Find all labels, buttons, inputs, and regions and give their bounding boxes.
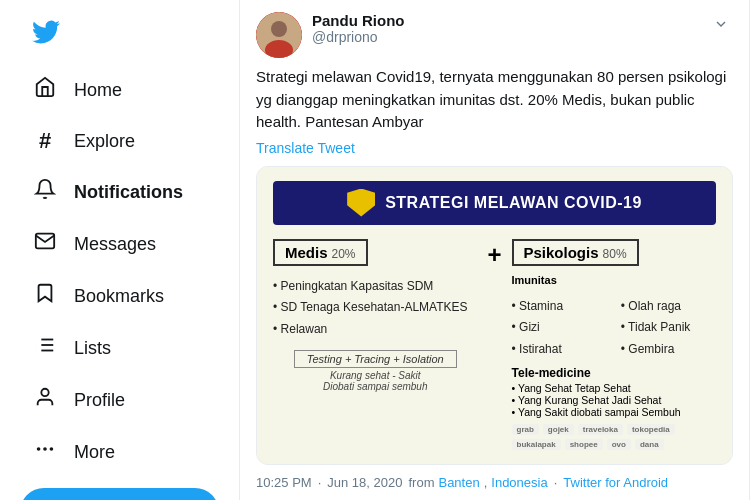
- diobati: Diobati sampai sembuh: [273, 381, 478, 392]
- tweet-button[interactable]: Tweet: [20, 488, 219, 500]
- tele-list: Yang Sehat Tetap Sehat Yang Kurang Sehat…: [512, 382, 717, 418]
- logo-shopee: shopee: [565, 439, 603, 450]
- medis-item-2: SD Tenaga Kesehatan-ALMATKES: [273, 297, 478, 319]
- infographic-body: Medis20% Peningkatan Kapasitas SDM SD Te…: [273, 239, 716, 451]
- psikologis-label: Psikologis80%: [512, 239, 639, 266]
- psikologis-item-3: Istirahat: [512, 339, 607, 361]
- tweet-card: Pandu Riono @drpriono Strategi melawan C…: [240, 0, 749, 500]
- sidebar-item-lists-label: Lists: [74, 338, 111, 359]
- twitter-logo: [20, 10, 219, 58]
- footer-sep1: ·: [318, 475, 322, 490]
- svg-point-11: [271, 21, 287, 37]
- medis-col: Medis20% Peningkatan Kapasitas SDM SD Te…: [273, 239, 478, 393]
- infographic-header: STRATEGI MELAWAN COVID-19: [273, 181, 716, 225]
- infographic: STRATEGI MELAWAN COVID-19 Medis20% Penin…: [257, 167, 732, 465]
- sidebar-item-home-label: Home: [74, 80, 122, 101]
- bookmarks-icon: [32, 282, 58, 310]
- sidebar-item-explore[interactable]: # Explore: [20, 118, 219, 164]
- psikologis-item-5: Tidak Panik: [621, 317, 716, 339]
- tele-item-1: Yang Sehat Tetap Sehat: [512, 382, 717, 394]
- sidebar-item-more[interactable]: More: [20, 428, 219, 476]
- medis-label: Medis20%: [273, 239, 368, 266]
- sidebar-item-explore-label: Explore: [74, 131, 135, 152]
- footer-from: from: [408, 475, 434, 490]
- more-icon: [32, 438, 58, 466]
- tele-section: Tele-medicine Yang Sehat Tetap Sehat Yan…: [512, 366, 717, 450]
- infographic-title: STRATEGI MELAWAN COVID-19: [385, 194, 642, 212]
- logo-dana: dana: [635, 439, 664, 450]
- logo-gojek: gojek: [543, 424, 574, 435]
- home-icon: [32, 76, 58, 104]
- sidebar-item-bookmarks-label: Bookmarks: [74, 286, 164, 307]
- medis-list: Peningkatan Kapasitas SDM SD Tenaga Kese…: [273, 276, 478, 341]
- messages-icon: [32, 230, 58, 258]
- profile-icon: [32, 386, 58, 414]
- logo-tokopedia: tokopedia: [627, 424, 675, 435]
- kurang-sehat: Kurang sehat - Sakit: [273, 370, 478, 381]
- tweet-menu-button[interactable]: [709, 12, 733, 40]
- psikologis-list-1: Stamina Gizi Istirahat: [512, 296, 607, 361]
- sidebar-item-messages-label: Messages: [74, 234, 156, 255]
- user-handle: @drpriono: [312, 29, 699, 45]
- tweet-footer: 10:25 PM · Jun 18, 2020 from Banten , In…: [256, 475, 733, 490]
- tele-item-2: Yang Kurang Sehat Jadi Sehat: [512, 394, 717, 406]
- avatar: [256, 12, 302, 58]
- translate-link[interactable]: Translate Tweet: [256, 140, 733, 156]
- footer-sep2: ,: [484, 475, 488, 490]
- tweet-time: 10:25 PM: [256, 475, 312, 490]
- psikologis-item-4: Olah raga: [621, 296, 716, 318]
- imunitas-label: Imunitas: [512, 274, 717, 286]
- tweet-text: Strategi melawan Covid19, ternyata mengg…: [256, 66, 733, 134]
- testing-section: Testing + Tracing + Isolation Kurang seh…: [273, 350, 478, 392]
- sidebar: Home # Explore Notifications Messages Bo…: [0, 0, 240, 500]
- footer-location1[interactable]: Banten: [438, 475, 479, 490]
- sidebar-item-more-label: More: [74, 442, 115, 463]
- svg-point-8: [51, 448, 53, 450]
- logo-bukalapak: bukalapak: [512, 439, 561, 450]
- svg-point-7: [44, 448, 46, 450]
- notifications-icon: [32, 178, 58, 206]
- psikologis-col: Psikologis80% Imunitas Stamina Gizi Isti…: [512, 239, 717, 451]
- sidebar-item-profile-label: Profile: [74, 390, 125, 411]
- tele-item-3: Yang Sakit diobati sampai Sembuh: [512, 406, 717, 418]
- psikologis-item-6: Gembira: [621, 339, 716, 361]
- logo-traveloka: traveloka: [578, 424, 623, 435]
- psikologis-item-1: Stamina: [512, 296, 607, 318]
- sidebar-item-lists[interactable]: Lists: [20, 324, 219, 372]
- psikologis-list-2: Olah raga Tidak Panik Gembira: [621, 296, 716, 361]
- main-content: Pandu Riono @drpriono Strategi melawan C…: [240, 0, 750, 500]
- svg-point-6: [41, 389, 48, 396]
- medis-item-3: Relawan: [273, 319, 478, 341]
- sidebar-item-profile[interactable]: Profile: [20, 376, 219, 424]
- sidebar-item-bookmarks[interactable]: Bookmarks: [20, 272, 219, 320]
- tweet-header: Pandu Riono @drpriono: [256, 12, 733, 58]
- psikologis-item-2: Gizi: [512, 317, 607, 339]
- logos-strip: grab gojek traveloka tokopedia bukalapak…: [512, 424, 717, 450]
- medis-item-1: Peningkatan Kapasitas SDM: [273, 276, 478, 298]
- user-name: Pandu Riono: [312, 12, 699, 29]
- logo-grab: grab: [512, 424, 539, 435]
- tweet-date: Jun 18, 2020: [327, 475, 402, 490]
- user-info: Pandu Riono @drpriono: [312, 12, 699, 45]
- testing-label: Testing + Tracing + Isolation: [294, 350, 457, 368]
- sidebar-item-notifications[interactable]: Notifications: [20, 168, 219, 216]
- shield-icon: [347, 189, 375, 217]
- sidebar-item-home[interactable]: Home: [20, 66, 219, 114]
- logo-ovo: ovo: [607, 439, 631, 450]
- footer-client[interactable]: Twitter for Android: [563, 475, 668, 490]
- lists-icon: [32, 334, 58, 362]
- svg-point-9: [38, 448, 40, 450]
- tweet-image: STRATEGI MELAWAN COVID-19 Medis20% Penin…: [256, 166, 733, 466]
- sidebar-item-notifications-label: Notifications: [74, 182, 183, 203]
- psikologis-sub: Stamina Gizi Istirahat Olah raga Tidak P…: [512, 290, 717, 361]
- sidebar-item-messages[interactable]: Messages: [20, 220, 219, 268]
- footer-location2[interactable]: Indonesia: [491, 475, 547, 490]
- plus-sign: +: [478, 239, 512, 269]
- tele-label: Tele-medicine: [512, 366, 717, 380]
- explore-icon: #: [32, 128, 58, 154]
- footer-sep3: ·: [554, 475, 558, 490]
